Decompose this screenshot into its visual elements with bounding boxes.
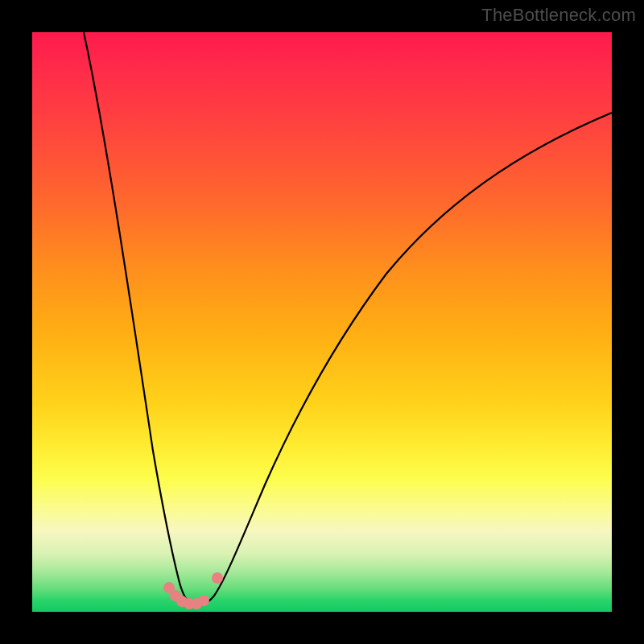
watermark-text: TheBottleneck.com [481, 5, 636, 26]
chart-frame: TheBottleneck.com [0, 0, 644, 644]
plot-area [32, 32, 612, 612]
trough-markers [163, 572, 223, 609]
bottleneck-curve-right [198, 113, 612, 605]
bottleneck-curve-left [84, 32, 198, 605]
curve-layer [32, 32, 612, 612]
marker-dot [212, 572, 223, 584]
marker-dot [198, 595, 209, 606]
